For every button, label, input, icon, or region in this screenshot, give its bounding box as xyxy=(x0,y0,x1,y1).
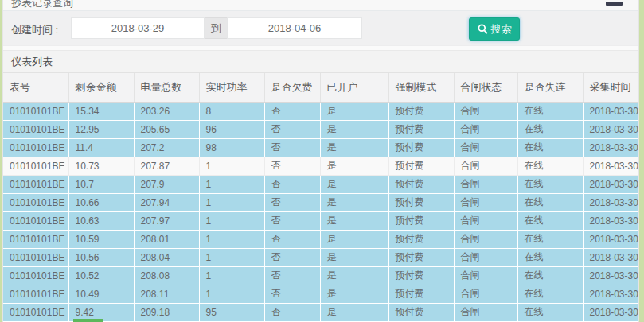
table-row[interactable]: 01010101BE10.7207.91否是预付费合闸在线2018-03-30 … xyxy=(3,175,639,193)
table-row[interactable]: 01010101BE15.34203.268否是预付费合闸在线2018-03-3… xyxy=(3,102,639,120)
end-date-input[interactable] xyxy=(227,17,362,39)
table-header-row: 表号剩余金额电量总数实时功率是否欠费已开户强制模式合闸状态是否失连采集时间 xyxy=(3,73,639,102)
table-cell: 在线 xyxy=(517,230,583,248)
meter-list-header: 仪表列表 xyxy=(3,50,638,73)
panel-title-bar: 抄表记录查询 xyxy=(3,0,638,11)
meter-table: 表号剩余金额电量总数实时功率是否欠费已开户强制模式合闸状态是否失连采集时间 01… xyxy=(3,73,639,322)
table-cell: 207.2 xyxy=(134,138,199,157)
column-header[interactable]: 采集时间 xyxy=(583,73,639,102)
table-cell: 2018-03-30 15: xyxy=(583,248,639,266)
table-cell: 2018-03-30 15: xyxy=(583,120,639,138)
start-date-input[interactable] xyxy=(71,17,205,39)
search-icon xyxy=(478,24,488,34)
table-cell: 1 xyxy=(199,211,264,230)
table-row[interactable]: 01010101BE10.63207.971否是预付费合闸在线2018-03-3… xyxy=(3,211,639,230)
table-cell: 是 xyxy=(320,120,388,138)
table-cell: 207.9 xyxy=(134,175,199,193)
column-header[interactable]: 强制模式 xyxy=(388,73,454,102)
table-cell: 是 xyxy=(320,157,388,175)
table-cell: 预付费 xyxy=(388,138,454,157)
table-cell: 203.26 xyxy=(134,102,199,120)
table-cell: 1 xyxy=(199,230,264,248)
table-cell: 2018-03-30 15: xyxy=(583,175,639,193)
table-row[interactable]: 01010101BE10.56208.041否是预付费合闸在线2018-03-3… xyxy=(3,248,639,266)
table-cell: 208.08 xyxy=(134,266,199,285)
table-cell: 01010101BE xyxy=(3,285,68,303)
table-cell: 是 xyxy=(320,303,388,321)
column-header[interactable]: 实时功率 xyxy=(199,73,264,102)
column-header[interactable]: 表号 xyxy=(3,73,68,102)
collapse-minus-icon[interactable] xyxy=(606,2,623,6)
table-cell: 2018-03-30 15: xyxy=(583,266,639,285)
table-cell: 在线 xyxy=(517,157,583,175)
table-cell: 12.95 xyxy=(68,120,134,138)
table-cell: 预付费 xyxy=(388,230,454,248)
table-row[interactable]: 01010101BE10.73207.871否是预付费合闸在线2018-03-3… xyxy=(3,157,639,175)
column-header[interactable]: 是否欠费 xyxy=(264,73,320,102)
table-row[interactable]: 01010101BE11.4207.298否是预付费合闸在线2018-03-30… xyxy=(3,138,639,157)
meter-list-title: 仪表列表 xyxy=(11,51,53,72)
table-cell: 01010101BE xyxy=(3,138,68,157)
column-header[interactable]: 是否失连 xyxy=(517,73,583,102)
search-button-label: 搜索 xyxy=(491,22,512,37)
table-cell: 预付费 xyxy=(388,193,454,211)
table-row[interactable]: 01010101BE10.52208.081否是预付费合闸在线2018-03-3… xyxy=(3,266,639,285)
table-cell: 否 xyxy=(264,211,320,230)
query-panel: 抄表记录查询 创建时间 : 到 搜索 仪表列表 表号剩余金 xyxy=(2,0,639,322)
table-cell: 合闸 xyxy=(454,248,517,266)
table-cell: 207.97 xyxy=(134,211,199,230)
table-cell: 01010101BE xyxy=(3,248,68,266)
table-cell: 10.66 xyxy=(68,193,134,211)
table-cell: 合闸 xyxy=(454,211,517,230)
table-cell: 10.63 xyxy=(68,211,134,230)
table-cell: 预付费 xyxy=(388,303,454,321)
table-cell: 在线 xyxy=(517,102,583,120)
table-cell: 10.49 xyxy=(68,285,134,303)
table-cell: 否 xyxy=(264,120,320,138)
search-button[interactable]: 搜索 xyxy=(469,17,520,41)
table-cell: 合闸 xyxy=(454,303,517,321)
table-body: 01010101BE15.34203.268否是预付费合闸在线2018-03-3… xyxy=(3,102,639,321)
table-cell: 10.52 xyxy=(68,266,134,285)
table-row[interactable]: 01010101BE10.49208.111否是预付费合闸在线2018-03-3… xyxy=(3,285,639,303)
table-cell: 在线 xyxy=(517,120,583,138)
table-header: 表号剩余金额电量总数实时功率是否欠费已开户强制模式合闸状态是否失连采集时间 xyxy=(3,73,639,102)
table-cell: 否 xyxy=(264,285,320,303)
table-cell: 205.65 xyxy=(134,120,199,138)
table-cell: 01010101BE xyxy=(3,230,68,248)
column-header[interactable]: 已开户 xyxy=(320,73,388,102)
table-cell: 1 xyxy=(199,157,264,175)
table-cell: 合闸 xyxy=(454,175,517,193)
table-cell: 10.56 xyxy=(68,248,134,266)
table-cell: 合闸 xyxy=(454,157,517,175)
table-cell: 1 xyxy=(199,285,264,303)
column-header[interactable]: 合闸状态 xyxy=(454,73,517,102)
table-row[interactable]: 01010101BE10.66207.941否是预付费合闸在线2018-03-3… xyxy=(3,193,639,211)
table-cell: 2018-03-30 15: xyxy=(583,230,639,248)
table-cell: 预付费 xyxy=(388,157,454,175)
table-cell: 208.01 xyxy=(134,230,199,248)
table-cell: 是 xyxy=(320,230,388,248)
panel-title: 抄表记录查询 xyxy=(11,0,638,10)
table-cell: 是 xyxy=(320,248,388,266)
table-cell: 96 xyxy=(199,120,264,138)
table-cell: 否 xyxy=(264,102,320,120)
table-cell: 11.4 xyxy=(68,138,134,157)
table-cell: 在线 xyxy=(517,248,583,266)
table-cell: 合闸 xyxy=(454,102,517,120)
column-header[interactable]: 电量总数 xyxy=(134,73,199,102)
table-cell: 在线 xyxy=(517,266,583,285)
column-header[interactable]: 剩余金额 xyxy=(68,73,134,102)
table-row[interactable]: 01010101BE12.95205.6596否是预付费合闸在线2018-03-… xyxy=(3,120,639,138)
table-cell: 98 xyxy=(199,138,264,157)
table-cell: 01010101BE xyxy=(3,157,68,175)
table-cell: 2018-03-30 15: xyxy=(583,102,639,120)
table-cell: 2018-03-30 15: xyxy=(583,285,639,303)
table-cell: 01010101BE xyxy=(3,175,68,193)
table-cell: 是 xyxy=(320,138,388,157)
table-row[interactable]: 01010101BE10.59208.011否是预付费合闸在线2018-03-3… xyxy=(3,230,639,248)
table-cell: 否 xyxy=(264,266,320,285)
table-cell: 01010101BE xyxy=(3,211,68,230)
table-cell: 预付费 xyxy=(388,175,454,193)
table-cell: 是 xyxy=(320,285,388,303)
